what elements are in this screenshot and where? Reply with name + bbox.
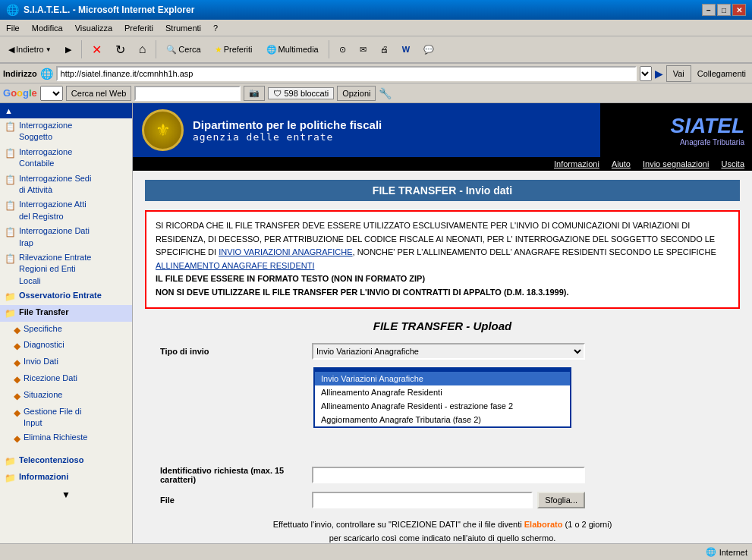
multimedia-icon: 🌐 <box>266 45 277 55</box>
sidebar-item-interrogazione-atti[interactable]: 📋 Interrogazione Attidel Registro <box>0 197 132 224</box>
home-button[interactable]: ⌂ <box>134 39 152 60</box>
sidebar-item-gestione-file[interactable]: ◆ Gestione File diInput <box>0 404 132 431</box>
info-line2: per scaricarlo così come indicato nell'a… <box>329 533 556 543</box>
discuss-icon: 💬 <box>423 45 434 55</box>
multimedia-button[interactable]: 🌐 Multimedia <box>261 39 324 60</box>
back-icon: ◀ <box>8 45 14 55</box>
favorites-button[interactable]: ★ Preferiti <box>209 39 258 60</box>
stop-button[interactable]: ✕ <box>87 39 107 60</box>
invio-variazioni-link[interactable]: INVIO VARIAZIONI ANAGRAFICHE <box>219 247 352 256</box>
title-bar: 🌐 S.I.A.T.E.L. - Microsoft Internet Expl… <box>0 0 752 20</box>
address-bar: Indirizzo 🌐 ▶ Vai Collegamenti <box>0 64 752 83</box>
home-icon: ⌂ <box>139 42 146 56</box>
sidebar-item-rilevazione[interactable]: 📋 Rilevazione EntrateRegioni ed EntiLoca… <box>0 250 132 288</box>
sidebar-item-interrogazione-sedi[interactable]: 📋 Interrogazione Sedidi Attività <box>0 171 132 198</box>
discuss-button[interactable]: 💬 <box>418 39 439 60</box>
sidebar-item-osservatorio[interactable]: 📁 Osservatorio Entrate <box>0 288 132 305</box>
sidebar-item-situazione[interactable]: ◆ Situazione <box>0 388 132 404</box>
forward-button[interactable]: ▶ <box>60 39 77 60</box>
nav-uscita[interactable]: Uscita <box>721 159 744 168</box>
separator-1 <box>81 40 82 58</box>
back-dropdown-icon: ▼ <box>46 46 52 53</box>
globe-status-icon: 🌐 <box>706 547 716 557</box>
sidebar-item-ricezione-dati[interactable]: ◆ Ricezione Dati <box>0 371 132 388</box>
maximize-button[interactable]: □ <box>717 4 731 16</box>
header-title: Dipartimento per le politiche fiscali ag… <box>193 118 382 143</box>
folder-icon-4: 📁 <box>5 472 16 485</box>
warning-box: SI RICORDA CHE IL FILE TRANSFER DEVE ESS… <box>145 210 740 309</box>
allineamento-link[interactable]: ALLINEAMENTO ANAGRAFE RESIDENTI <box>156 261 314 270</box>
google-dropdown[interactable] <box>40 86 63 101</box>
file-row: File Sfoglia... <box>145 492 740 508</box>
menu-file[interactable]: File <box>3 23 23 33</box>
doc-icon-2: 📋 <box>5 147 16 160</box>
file-path-input[interactable] <box>312 492 533 508</box>
sidebar-item-invio-dati[interactable]: ◆ Invio Dati <box>0 354 132 371</box>
menu-preferiti[interactable]: Preferiti <box>121 23 156 33</box>
page-content: FILE TRANSFER - Invio dati SI RICORDA CH… <box>133 171 752 543</box>
sidebar-item-elimina[interactable]: ◆ Elimina Richieste <box>0 430 132 447</box>
id-input[interactable] <box>312 467 585 483</box>
address-dropdown[interactable] <box>640 66 652 81</box>
back-label: Indietro <box>16 45 44 54</box>
scroll-up-button[interactable]: ▲ <box>5 106 13 115</box>
go-button[interactable]: Vai <box>666 65 691 82</box>
print-icon: 🖨 <box>380 45 389 54</box>
google-search-input[interactable] <box>134 86 241 101</box>
id-label: Identificativo richiesta (max. 15 caratt… <box>160 466 312 484</box>
department-name: Dipartimento per le politiche fiscali <box>193 118 382 131</box>
sidebar-header: ▲ <box>0 103 132 118</box>
options-button[interactable]: 📷 <box>244 86 265 101</box>
coat-of-arms: ⚜ <box>142 109 184 151</box>
sidebar-item-file-transfer[interactable]: 📁 File Transfer <box>0 305 132 322</box>
sidebar-item-telecontenzioso[interactable]: 📁 Telecontenzioso <box>0 453 132 470</box>
diamond-icon-1: ◆ <box>14 324 20 337</box>
dropdown-panel: Invio Variazioni Anagrafiche Allineament… <box>313 367 571 428</box>
nav-invio-segnalazioni[interactable]: Invio segnalazioni <box>643 159 709 168</box>
back-button[interactable]: ◀ Indietro ▼ <box>3 39 57 60</box>
sidebar-item-interrogazione-irap[interactable]: 📋 Interrogazione DatiIrap <box>0 224 132 250</box>
tipo-select[interactable]: Invio Variazioni Anagrafiche Allineament… <box>312 343 585 360</box>
file-label: File <box>160 496 312 505</box>
cerca-nel-web-button[interactable]: Cerca nel Web <box>66 86 132 101</box>
dropdown-option-1[interactable]: Invio Variazioni Anagrafiche <box>315 372 570 385</box>
sidebar-item-interrogazione-soggetto[interactable]: 📋 InterrogazioneSoggetto <box>0 118 132 145</box>
page-title: FILE TRANSFER - Invio dati <box>373 184 512 197</box>
nav-aiuto[interactable]: Aiuto <box>612 159 631 168</box>
nav-informazioni[interactable]: Informazioni <box>554 159 599 168</box>
menu-modifica[interactable]: Modifica <box>29 23 66 33</box>
edit-icon: W <box>402 45 410 54</box>
sidebar-item-diagnostici[interactable]: ◆ Diagnostici <box>0 338 132 354</box>
search-button[interactable]: 🔍 Cerca <box>161 39 206 60</box>
close-button[interactable]: ✕ <box>732 4 746 16</box>
dropdown-option-3[interactable]: Allineamento Anagrafe Residenti - estraz… <box>315 399 570 413</box>
google-options-button[interactable]: Opzioni <box>337 86 376 101</box>
sidebar-item-informazioni[interactable]: 📁 Informazioni <box>0 470 132 486</box>
menu-strumenti[interactable]: Strumenti <box>162 23 204 33</box>
sidebar-item-interrogazione-contabile[interactable]: 📋 InterrogazioneContabile <box>0 145 132 171</box>
browse-button[interactable]: Sfoglia... <box>537 492 585 508</box>
scroll-down-button[interactable]: ▼ <box>61 489 71 500</box>
connections-button[interactable]: Collegamenti <box>694 68 749 79</box>
multimedia-label: Multimedia <box>278 45 319 54</box>
print-button[interactable]: 🖨 <box>375 39 394 60</box>
info-line1: Effettuato l'invio, controllare su "RICE… <box>273 520 522 529</box>
refresh-button[interactable]: ↻ <box>110 39 131 60</box>
top-nav: Informazioni Aiuto Invio segnalazioni Us… <box>133 157 752 171</box>
sidebar-item-specifiche[interactable]: ◆ Specifiche <box>0 322 132 338</box>
menu-help[interactable]: ? <box>210 23 221 33</box>
dropdown-option-2[interactable]: Allineamento Anagrafe Residenti <box>315 385 570 399</box>
ie-icon: 🌐 <box>6 4 19 16</box>
siatel-subtitle: Anagrafe Tributaria <box>671 138 744 146</box>
history-button[interactable]: ⊙ <box>334 39 351 60</box>
diamond-icon-5: ◆ <box>14 390 20 403</box>
shield-icon: 🛡 <box>273 89 282 98</box>
address-input[interactable] <box>56 66 637 81</box>
mail-button[interactable]: ✉ <box>354 39 372 60</box>
menu-visualizza[interactable]: Visualizza <box>72 23 115 33</box>
folder-icon-2: 📁 <box>5 307 16 320</box>
edit-button[interactable]: W <box>397 39 415 60</box>
wrench-icon: 🔧 <box>379 87 392 99</box>
minimize-button[interactable]: − <box>702 4 716 16</box>
dropdown-option-4[interactable]: Aggiornamento Anagrafe Tributaria (fase … <box>315 413 570 426</box>
